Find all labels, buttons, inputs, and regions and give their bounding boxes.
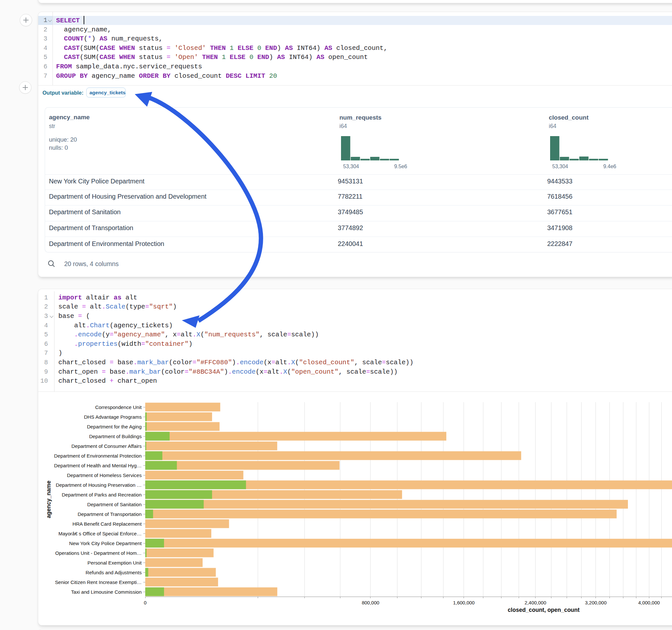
svg-text:Personal Exemption Unit: Personal Exemption Unit <box>88 560 142 565</box>
svg-text:Department for the Aging: Department for the Aging <box>87 424 142 429</box>
svg-text:Department of Environmental Pr: Department of Environmental Protection <box>54 453 142 459</box>
svg-text:Refunds and Adjustments: Refunds and Adjustments <box>86 570 142 575</box>
svg-text:DHS Advantage Programs: DHS Advantage Programs <box>84 414 142 420</box>
svg-text:0: 0 <box>144 600 146 605</box>
svg-text:Senior Citizen Rent Increase E: Senior Citizen Rent Increase Exempti… <box>55 579 142 585</box>
svg-text:HRA Benefit Card Replacement: HRA Benefit Card Replacement <box>72 521 142 527</box>
svg-text:Department of Sanitation: Department of Sanitation <box>87 502 142 507</box>
svg-text:Department of Housing Preserva: Department of Housing Preservation … <box>56 482 142 488</box>
svg-text:Operations Unit - Department o: Operations Unit - Department of Hom… <box>55 550 142 556</box>
svg-text:Department of Consumer Affairs: Department of Consumer Affairs <box>71 443 142 449</box>
svg-text:Mayorâ€ s Office of Special En: Mayorâ€ s Office of Special Enforce… <box>58 531 142 536</box>
svg-text:Taxi and Limousine Commission: Taxi and Limousine Commission <box>71 589 142 595</box>
svg-text:Department of Homeless Service: Department of Homeless Services <box>67 472 142 478</box>
svg-text:Department of Parks and Recrea: Department of Parks and Recreation <box>62 492 142 498</box>
svg-text:agency_name: agency_name <box>45 481 52 518</box>
svg-text:3,200,000: 3,200,000 <box>585 600 607 605</box>
svg-text:1,600,000: 1,600,000 <box>453 600 475 605</box>
svg-text:New York City Police Departmen: New York City Police Department <box>69 540 142 546</box>
svg-text:closed_count, open_count: closed_count, open_count <box>508 607 580 613</box>
svg-text:800,000: 800,000 <box>362 600 379 605</box>
svg-text:Department of Transportation: Department of Transportation <box>77 511 142 517</box>
svg-text:Department of Health and Menta: Department of Health and Mental Hyg… <box>54 463 142 468</box>
svg-text:2,400,000: 2,400,000 <box>525 600 546 605</box>
svg-text:Department of Buildings: Department of Buildings <box>89 434 142 439</box>
svg-text:4,000,000: 4,000,000 <box>638 600 660 605</box>
svg-text:Correspondence Unit: Correspondence Unit <box>95 405 142 410</box>
